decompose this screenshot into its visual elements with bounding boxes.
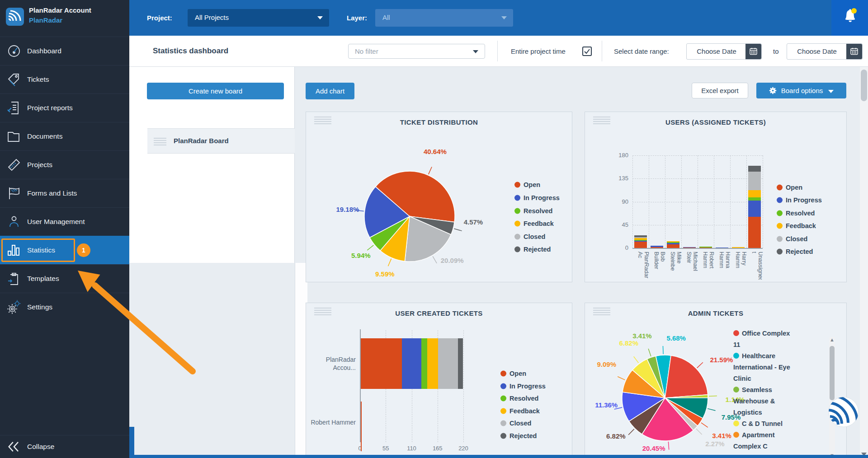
pie-slice-label: 6.82%	[606, 432, 626, 440]
legend-item[interactable]: Open	[777, 183, 802, 192]
legend-item[interactable]: Closed	[777, 234, 807, 243]
to-label: to	[773, 47, 779, 55]
collapse-button[interactable]: Collapse	[0, 435, 129, 458]
add-chart-button[interactable]: Add chart	[306, 83, 354, 99]
legend-item[interactable]: Closed	[500, 419, 531, 428]
sidebar-item-statistics[interactable]: Statistics	[0, 236, 129, 264]
bar-segment[interactable]	[748, 172, 761, 190]
legend-item[interactable]: Resolved	[514, 206, 552, 215]
bar-segment[interactable]	[421, 338, 427, 389]
bar-segment[interactable]	[716, 248, 728, 248]
filter-select-value: No filter	[355, 47, 378, 55]
legend-item[interactable]: Closed	[514, 232, 545, 241]
board-options-button[interactable]: Board options	[756, 83, 846, 98]
sidebar-item-project-reports[interactable]: Project reports	[0, 93, 129, 122]
sidebar-item-user-management[interactable]: User Management	[0, 207, 129, 236]
bar-segment[interactable]	[699, 248, 712, 248]
legend-item[interactable]: In Progress	[514, 193, 560, 202]
bar-segment[interactable]	[402, 338, 422, 389]
x-axis-tick: 220	[457, 445, 470, 452]
filter-select[interactable]: No filter	[348, 44, 485, 59]
bar-segment[interactable]	[699, 247, 712, 248]
sidebar-item-label: Statistics	[27, 246, 55, 254]
documents-icon	[6, 129, 22, 144]
legend-item[interactable]: Rejected	[500, 431, 537, 440]
account-title: PlanRadar Account	[29, 6, 91, 14]
bar-segment[interactable]	[634, 238, 647, 240]
bar-segment[interactable]	[732, 247, 745, 248]
legend-item[interactable]: C & D Tunnel	[733, 418, 797, 430]
legend-item[interactable]: Open	[500, 369, 526, 378]
sidebar-item-documents[interactable]: Documents	[0, 122, 129, 150]
legend-item[interactable]: Apartment Complex C	[733, 430, 797, 452]
sidebar-item-projects[interactable]: Projects	[0, 150, 129, 179]
bar-segment[interactable]	[667, 244, 679, 248]
bar-segment[interactable]	[634, 235, 647, 238]
bar-segment[interactable]	[748, 190, 761, 197]
project-select[interactable]: All Projects	[188, 9, 329, 27]
bar-segment[interactable]	[667, 241, 679, 242]
pie-slice[interactable]	[665, 355, 708, 398]
scrollbar-thumb[interactable]	[830, 346, 835, 400]
x-axis-tick: 0	[353, 445, 367, 452]
legend-item[interactable]: Feedback	[514, 219, 554, 228]
x-axis-category-label: Unassigned t	[751, 252, 764, 280]
bar-segment[interactable]	[634, 237, 647, 238]
legend-label: Seamless Warehouse & Logistics	[733, 386, 775, 416]
legend-item[interactable]: In Progress	[500, 382, 546, 391]
scroll-up-arrow-icon[interactable]: ▲	[829, 337, 835, 342]
legend-item[interactable]: Resolved	[500, 394, 538, 403]
legend-label: In Progress	[509, 383, 546, 390]
legend-item[interactable]: Rejected	[514, 245, 551, 254]
legend-item[interactable]: Feedback	[777, 221, 816, 230]
bar-segment[interactable]	[634, 242, 647, 248]
bar-segment[interactable]	[361, 338, 402, 389]
excel-export-button[interactable]: Excel export	[692, 83, 748, 98]
create-new-board-button[interactable]: Create new board	[147, 83, 284, 99]
bar-segment[interactable]	[427, 338, 438, 389]
date-to-button[interactable]: Choose Date	[787, 43, 863, 60]
sidebar-item-dashboard[interactable]: Dashboard	[0, 37, 129, 65]
sidebar-item-tickets[interactable]: Tickets	[0, 65, 129, 93]
scrollbar-thumb[interactable]	[861, 70, 867, 101]
legend-item[interactable]: Healthcare International - Eye Clinic	[733, 351, 797, 384]
bar-segment[interactable]	[683, 247, 696, 248]
bar-segment[interactable]	[748, 217, 761, 248]
bar-segment[interactable]	[361, 402, 362, 451]
bar-segment[interactable]	[748, 166, 761, 172]
dashboard-icon	[6, 43, 22, 59]
legend-label: Open	[786, 184, 802, 191]
label-leader-line	[367, 245, 373, 250]
legend-item[interactable]: In Progress	[777, 196, 822, 205]
board-list-item[interactable]: PlanRadar Board	[147, 128, 295, 154]
legend-item[interactable]: Open	[514, 180, 540, 189]
account-header[interactable]: PlanRadar Account PlanRadar	[0, 0, 129, 37]
bar-segment[interactable]	[458, 338, 462, 389]
x-axis-category-label: Bob Builder	[653, 252, 666, 280]
sidebar-item-settings[interactable]: Settings	[0, 293, 129, 321]
date-from-button[interactable]: Choose Date	[686, 43, 762, 60]
layer-select-disabled[interactable]: All	[375, 9, 513, 27]
main-scrollbar[interactable]	[860, 67, 868, 458]
bar-segment[interactable]	[634, 240, 647, 241]
legend-item[interactable]: Resolved	[777, 209, 815, 218]
bar-segment[interactable]	[667, 242, 679, 243]
drag-handle-icon[interactable]	[154, 138, 166, 147]
calendar-icon	[745, 44, 761, 59]
bar-segment[interactable]	[438, 338, 458, 389]
bar-segment[interactable]	[651, 246, 663, 247]
bar-segment[interactable]	[748, 201, 761, 216]
legend-item[interactable]: Rejected	[777, 247, 813, 256]
legend-item[interactable]: Feedback	[500, 407, 540, 416]
legend-item[interactable]: Office Complex 11	[733, 328, 797, 351]
pie-slice-label: 20.45%	[642, 444, 665, 452]
legend-item[interactable]: Seamless Warehouse & Logistics	[733, 384, 797, 418]
notifications-button[interactable]	[831, 0, 868, 36]
bar-segment[interactable]	[634, 241, 647, 242]
bar-segment[interactable]	[667, 243, 679, 244]
bar-segment[interactable]	[748, 197, 761, 201]
sidebar-item-templates[interactable]: Templates	[0, 264, 129, 293]
bar-segment[interactable]	[651, 247, 663, 248]
sidebar-item-forms-and-lists[interactable]: Forms and Lists	[0, 179, 129, 207]
entire-project-time-checkbox[interactable]	[582, 47, 592, 56]
